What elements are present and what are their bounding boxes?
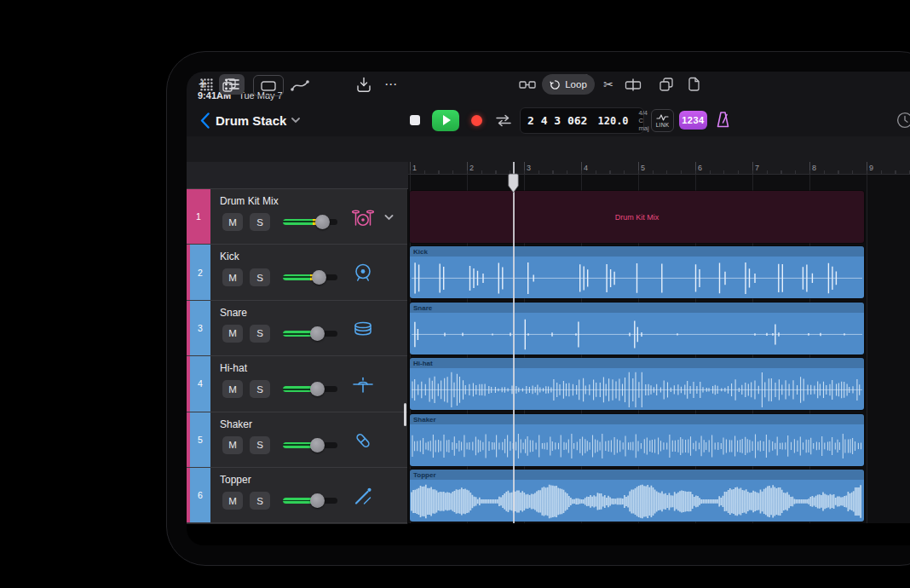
divide-region-button[interactable] xyxy=(624,76,642,93)
track-header-row[interactable]: 2 Kick M S xyxy=(187,245,408,300)
track-header-row[interactable]: 3 Snare M S xyxy=(187,301,408,356)
track-name: Snare xyxy=(220,307,247,319)
ruler-bar-label: 3 xyxy=(527,164,531,172)
count-in-button[interactable]: 1234 xyxy=(679,111,707,130)
loop-toggle-button[interactable]: Loop xyxy=(542,74,595,95)
region-label: Kick xyxy=(413,248,428,256)
track-name: Shaker xyxy=(220,418,252,430)
ruler-bar-label: 9 xyxy=(869,164,873,172)
solo-button[interactable]: S xyxy=(250,325,270,343)
slider-knob[interactable] xyxy=(310,382,325,396)
slider-knob[interactable] xyxy=(310,438,325,453)
solo-button[interactable]: S xyxy=(250,436,270,454)
ipad-device: 9:41AMTue May 7 Drum Stack 2 4 3 062 120… xyxy=(166,51,910,566)
volume-slider[interactable] xyxy=(283,383,337,395)
track-header-panel: 1 Drum Kit Mix M S 2 Kick M S xyxy=(187,189,408,524)
mute-button[interactable]: M xyxy=(222,213,243,231)
region-label: Shaker xyxy=(413,416,436,424)
duplicate-track-button[interactable] xyxy=(221,77,238,93)
instrument-icon[interactable] xyxy=(351,261,375,285)
volume-slider[interactable] xyxy=(283,494,337,507)
arrange-area[interactable]: Drum Kit Mix Kick Snare Hi-hat Shaker To… xyxy=(408,175,910,523)
audio-region[interactable]: Kick xyxy=(410,246,864,298)
duplicate-icon xyxy=(222,78,237,93)
track-number: 4 xyxy=(198,378,203,389)
volume-slider[interactable] xyxy=(283,216,337,228)
session-clock-button[interactable] xyxy=(896,112,910,129)
slider-knob[interactable] xyxy=(310,493,325,508)
track-number-badge[interactable]: 6 xyxy=(190,468,210,522)
more-options-button[interactable]: ⋯ xyxy=(381,74,401,95)
automation-button[interactable] xyxy=(289,75,311,95)
stack-collapse-chevron[interactable] xyxy=(382,210,395,224)
project-title: Drum Stack xyxy=(216,113,286,128)
join-regions-button[interactable] xyxy=(519,78,536,92)
playhead-handle[interactable] xyxy=(508,173,519,193)
solo-button[interactable]: S xyxy=(250,268,270,286)
lcd-tempo: 120.0 xyxy=(597,115,628,127)
track-number-badge[interactable]: 1 xyxy=(187,189,210,244)
audio-region[interactable]: Topper xyxy=(410,470,864,522)
copy-button[interactable] xyxy=(658,76,675,93)
track-number: 2 xyxy=(198,268,203,278)
mute-button[interactable]: M xyxy=(222,380,243,398)
audio-region[interactable]: Drum Kit Mix xyxy=(410,191,864,243)
audio-region[interactable]: Hi-hat xyxy=(410,358,864,410)
track-header-row[interactable]: 6 Topper M S xyxy=(187,468,408,523)
mute-button[interactable]: M xyxy=(222,268,243,286)
slider-knob[interactable] xyxy=(312,270,326,285)
instrument-icon[interactable] xyxy=(351,429,375,453)
copy-icon xyxy=(659,77,674,92)
ruler-bar-label: 4 xyxy=(584,164,588,172)
mute-button[interactable]: M xyxy=(222,436,243,454)
region-header-strip xyxy=(410,414,864,424)
track-header-toolbar xyxy=(187,162,408,189)
mute-button[interactable]: M xyxy=(222,492,243,510)
track-number-badge[interactable]: 4 xyxy=(190,356,210,411)
metronome-button[interactable] xyxy=(712,109,733,130)
instrument-icon[interactable] xyxy=(351,484,375,508)
split-scissors-button[interactable]: ✂ xyxy=(601,76,616,93)
project-title-button[interactable]: Drum Stack xyxy=(216,111,300,130)
ruler-bar-label: 8 xyxy=(812,164,816,172)
slider-knob[interactable] xyxy=(315,215,330,229)
lcd-display[interactable]: 2 4 3 062 120.0 4/4 C maj xyxy=(520,107,644,134)
mute-solo-group: M S xyxy=(222,380,270,398)
track-import-button[interactable] xyxy=(355,76,372,93)
instrument-icon[interactable] xyxy=(351,205,375,229)
track-number: 1 xyxy=(196,211,201,222)
play-button[interactable] xyxy=(432,110,459,131)
slider-knob[interactable] xyxy=(310,326,325,341)
volume-slider[interactable] xyxy=(283,327,337,340)
back-button[interactable] xyxy=(196,111,213,130)
cycle-button[interactable] xyxy=(494,113,513,128)
record-button[interactable] xyxy=(471,115,482,126)
instrument-icon[interactable] xyxy=(351,372,375,396)
add-track-button[interactable]: + xyxy=(193,74,212,95)
track-header-row[interactable]: 1 Drum Kit Mix M S xyxy=(187,189,408,245)
waveform xyxy=(410,425,864,465)
panel-resize-handle[interactable] xyxy=(404,403,406,426)
timeline-ruler[interactable]: 123456789 xyxy=(408,162,910,175)
instrument-icon[interactable] xyxy=(351,317,375,341)
import-icon xyxy=(356,77,371,93)
track-number-badge[interactable]: 3 xyxy=(190,301,210,355)
paste-button[interactable] xyxy=(685,76,702,93)
stop-button[interactable] xyxy=(410,115,420,125)
solo-button[interactable]: S xyxy=(250,492,270,510)
link-button[interactable]: LINK xyxy=(651,109,674,132)
solo-button[interactable]: S xyxy=(250,380,270,398)
volume-slider[interactable] xyxy=(283,271,337,284)
audio-region[interactable]: Shaker xyxy=(410,414,864,466)
split-icon xyxy=(625,78,642,92)
volume-slider[interactable] xyxy=(283,439,337,452)
track-number-badge[interactable]: 5 xyxy=(190,412,210,467)
solo-button[interactable]: S xyxy=(250,213,270,231)
track-header-row[interactable]: 5 Shaker M S xyxy=(187,412,408,468)
marquee-tool-button[interactable] xyxy=(253,75,284,96)
track-number-badge[interactable]: 2 xyxy=(190,245,210,299)
mute-button[interactable]: M xyxy=(222,325,243,343)
audio-region[interactable]: Snare xyxy=(410,303,864,355)
mute-solo-group: M S xyxy=(222,268,270,286)
track-header-row[interactable]: 4 Hi-hat M S xyxy=(187,356,408,412)
